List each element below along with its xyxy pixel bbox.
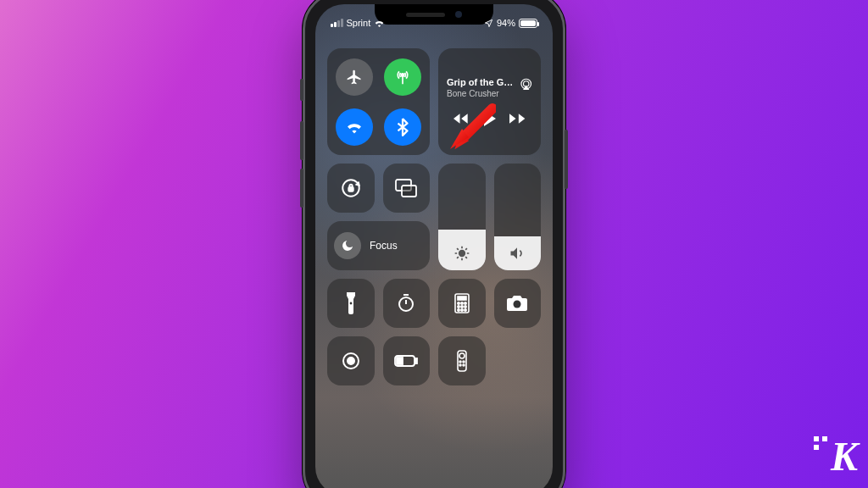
apple-tv-remote-button[interactable] [438, 336, 486, 385]
svg-rect-25 [415, 358, 417, 363]
timer-icon [396, 293, 416, 313]
brightness-icon [453, 245, 470, 262]
calculator-icon [454, 293, 470, 313]
control-center: Grip of the Gr… Bone Crusher [327, 48, 541, 484]
media-artist: Bone Crusher [447, 89, 515, 100]
watermark-logo: K [831, 433, 856, 480]
svg-rect-26 [397, 358, 403, 364]
focus-button[interactable]: Focus [327, 221, 430, 270]
battery-icon [519, 19, 537, 28]
cellular-data-toggle[interactable] [384, 58, 421, 96]
wifi-icon [346, 119, 363, 135]
flashlight-icon [345, 292, 357, 314]
svg-point-7 [459, 251, 465, 257]
camera-icon [506, 295, 528, 312]
location-icon [484, 19, 493, 28]
svg-point-30 [463, 361, 465, 363]
mute-switch[interactable] [300, 79, 303, 101]
screen-mirroring-button[interactable] [383, 164, 431, 213]
timer-button[interactable] [383, 279, 431, 328]
status-bar: Sprint 94% [315, 8, 553, 33]
low-power-icon [394, 355, 418, 367]
svg-rect-11 [458, 297, 466, 300]
svg-point-31 [459, 364, 461, 366]
volume-up-button[interactable] [300, 121, 303, 160]
phone-frame: Sprint 94% [303, 0, 565, 488]
svg-point-13 [461, 302, 463, 304]
watermark-letter: K [831, 434, 856, 479]
media-module[interactable]: Grip of the Gr… Bone Crusher [438, 48, 541, 155]
svg-point-8 [349, 302, 352, 305]
brightness-slider[interactable] [438, 164, 486, 270]
bluetooth-icon [397, 118, 409, 136]
moon-icon [334, 232, 361, 259]
svg-point-18 [458, 309, 459, 311]
play-icon[interactable] [483, 111, 497, 126]
cellular-signal-icon [331, 19, 343, 27]
svg-point-20 [465, 309, 466, 311]
remote-icon [457, 350, 467, 372]
carrier-label: Sprint [347, 18, 371, 28]
battery-percent-label: 94% [497, 18, 515, 28]
bluetooth-toggle[interactable] [384, 108, 421, 146]
orientation-lock-toggle[interactable] [327, 164, 375, 213]
low-power-button[interactable] [383, 336, 431, 385]
svg-point-23 [348, 358, 354, 364]
svg-point-21 [514, 301, 521, 308]
volume-icon [509, 245, 526, 262]
rewind-icon[interactable] [453, 113, 470, 125]
flashlight-button[interactable] [327, 279, 375, 328]
airplane-mode-toggle[interactable] [336, 58, 373, 96]
volume-down-button[interactable] [300, 169, 303, 208]
power-button[interactable] [565, 130, 568, 189]
svg-point-32 [463, 364, 465, 366]
airplane-icon [346, 69, 363, 86]
svg-point-17 [465, 306, 466, 308]
svg-point-29 [459, 361, 461, 363]
screen-record-button[interactable] [327, 336, 375, 385]
watermark-dots [814, 436, 827, 450]
phone-screen: Sprint 94% [315, 4, 553, 488]
forward-icon[interactable] [509, 113, 526, 125]
svg-point-28 [459, 353, 465, 358]
svg-point-16 [461, 306, 463, 308]
screen-record-icon [341, 351, 361, 371]
svg-point-0 [401, 73, 403, 75]
svg-rect-6 [402, 186, 416, 197]
wifi-status-icon [374, 19, 385, 27]
connectivity-module[interactable] [327, 48, 430, 155]
svg-point-15 [458, 306, 459, 308]
airplay-icon[interactable] [520, 77, 532, 91]
svg-point-14 [465, 302, 466, 304]
wifi-toggle[interactable] [336, 108, 373, 146]
svg-rect-4 [348, 187, 353, 191]
volume-slider[interactable] [494, 164, 542, 270]
screen-mirroring-icon [395, 179, 417, 197]
orientation-lock-icon [340, 177, 362, 199]
media-title: Grip of the Gr… [447, 77, 515, 89]
camera-button[interactable] [494, 279, 542, 328]
svg-point-12 [458, 302, 459, 304]
svg-point-19 [461, 309, 463, 311]
calculator-button[interactable] [438, 279, 486, 328]
antenna-icon [394, 69, 411, 86]
focus-label: Focus [370, 240, 398, 252]
